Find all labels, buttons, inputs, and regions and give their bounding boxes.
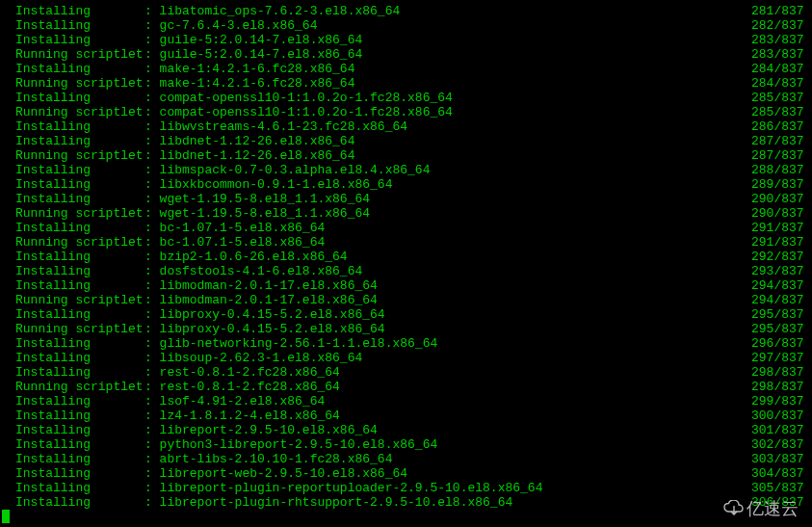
install-action: Running scriptlet <box>15 47 144 62</box>
progress-counter: 290/837 <box>751 192 812 206</box>
progress-counter: 294/837 <box>751 278 812 293</box>
terminal-line: Installing : compat-openssl10-1:1.0.2o-1… <box>0 91 812 105</box>
terminal-line: Installing : bzip2-1.0.6-26.el8.x86_6429… <box>0 250 812 264</box>
package-name: : libdnet-1.12-26.el8.x86_64 <box>144 134 751 148</box>
progress-counter: 300/837 <box>751 408 812 423</box>
cursor-line <box>0 510 812 527</box>
terminal-line: Running scriptlet: compat-openssl10-1:1.… <box>0 105 812 119</box>
progress-counter: 295/837 <box>751 322 812 336</box>
package-name: : bc-1.07.1-5.el8.x86_64 <box>144 221 751 235</box>
install-action: Running scriptlet <box>15 235 144 250</box>
install-action: Installing <box>15 408 144 423</box>
install-action: Installing <box>15 4 144 18</box>
install-action: Installing <box>15 163 144 177</box>
terminal-line: Installing : libmspack-0.7-0.3.alpha.el8… <box>0 163 812 177</box>
package-name: : wget-1.19.5-8.el8_1.1.x86_64 <box>144 206 751 221</box>
package-name: : libmodman-2.0.1-17.el8.x86_64 <box>144 278 751 293</box>
progress-counter: 295/837 <box>751 307 812 322</box>
package-name: : compat-openssl10-1:1.0.2o-1.fc28.x86_6… <box>144 91 751 105</box>
install-action: Installing <box>15 481 144 495</box>
install-action: Installing <box>15 437 144 452</box>
package-name: : abrt-libs-2.10.10-1.fc28.x86_64 <box>144 452 751 466</box>
package-name: : bc-1.07.1-5.el8.x86_64 <box>144 235 751 250</box>
package-name: : guile-5:2.0.14-7.el8.x86_64 <box>144 47 751 62</box>
progress-counter: 283/837 <box>751 47 812 62</box>
progress-counter: 293/837 <box>751 264 812 278</box>
install-action: Installing <box>15 278 144 293</box>
terminal-line: Running scriptlet: make-1:4.2.1-6.fc28.x… <box>0 76 812 91</box>
terminal-line: Installing : libwvstreams-4.6.1-23.fc28.… <box>0 119 812 134</box>
terminal-line: Installing : guile-5:2.0.14-7.el8.x86_64… <box>0 33 812 47</box>
progress-counter: 285/837 <box>751 91 812 105</box>
terminal-line: Installing : make-1:4.2.1-6.fc28.x86_642… <box>0 62 812 76</box>
install-action: Installing <box>15 307 144 322</box>
install-action: Installing <box>15 62 144 76</box>
package-name: : python3-libreport-2.9.5-10.el8.x86_64 <box>144 437 751 452</box>
terminal-line: Running scriptlet: libdnet-1.12-26.el8.x… <box>0 148 812 163</box>
install-action: Installing <box>15 452 144 466</box>
install-action: Running scriptlet <box>15 380 144 394</box>
terminal-line: Running scriptlet: libproxy-0.4.15-5.2.e… <box>0 322 812 336</box>
progress-counter: 298/837 <box>751 380 812 394</box>
install-action: Installing <box>15 495 144 510</box>
package-name: : rest-0.8.1-2.fc28.x86_64 <box>144 380 751 394</box>
package-name: : rest-0.8.1-2.fc28.x86_64 <box>144 365 751 380</box>
progress-counter: 297/837 <box>751 351 812 365</box>
install-action: Installing <box>15 423 144 437</box>
install-action: Installing <box>15 365 144 380</box>
progress-counter: 292/837 <box>751 250 812 264</box>
install-action: Installing <box>15 192 144 206</box>
progress-counter: 291/837 <box>751 221 812 235</box>
terminal-line: Installing : wget-1.19.5-8.el8_1.1.x86_6… <box>0 192 812 206</box>
package-name: : dosfstools-4.1-6.el8.x86_64 <box>144 264 751 278</box>
terminal-line: Running scriptlet: rest-0.8.1-2.fc28.x86… <box>0 380 812 394</box>
package-name: : wget-1.19.5-8.el8_1.1.x86_64 <box>144 192 751 206</box>
package-name: : libatomic_ops-7.6.2-3.el8.x86_64 <box>144 4 751 18</box>
package-name: : libsoup-2.62.3-1.el8.x86_64 <box>144 351 751 365</box>
terminal-line: Installing : libmodman-2.0.1-17.el8.x86_… <box>0 278 812 293</box>
terminal-line: Installing : dosfstools-4.1-6.el8.x86_64… <box>0 264 812 278</box>
install-action: Installing <box>15 264 144 278</box>
terminal-line: Installing : bc-1.07.1-5.el8.x86_64291/8… <box>0 221 812 235</box>
terminal-line: Installing : libreport-web-2.9.5-10.el8.… <box>0 466 812 481</box>
install-action: Running scriptlet <box>15 322 144 336</box>
progress-counter: 283/837 <box>751 33 812 47</box>
install-action: Running scriptlet <box>15 105 144 119</box>
terminal-line: Installing : lsof-4.91-2.el8.x86_64299/8… <box>0 394 812 408</box>
terminal-line: Installing : libdnet-1.12-26.el8.x86_642… <box>0 134 812 148</box>
watermark-icon <box>723 500 745 517</box>
progress-counter: 299/837 <box>751 394 812 408</box>
install-action: Running scriptlet <box>15 148 144 163</box>
progress-counter: 305/837 <box>751 481 812 495</box>
install-action: Installing <box>15 336 144 351</box>
install-action: Installing <box>15 119 144 134</box>
progress-counter: 301/837 <box>751 423 812 437</box>
package-name: : lsof-4.91-2.el8.x86_64 <box>144 394 751 408</box>
package-name: : libdnet-1.12-26.el8.x86_64 <box>144 148 751 163</box>
terminal-line: Installing : rest-0.8.1-2.fc28.x86_64298… <box>0 365 812 380</box>
install-action: Installing <box>15 250 144 264</box>
terminal-line: Installing : libxkbcommon-0.9.1-1.el8.x8… <box>0 177 812 192</box>
watermark: 亿速云 <box>723 500 799 517</box>
package-name: : compat-openssl10-1:1.0.2o-1.fc28.x86_6… <box>144 105 751 119</box>
progress-counter: 284/837 <box>751 76 812 91</box>
progress-counter: 287/837 <box>751 134 812 148</box>
terminal-line: Installing : lz4-1.8.1.2-4.el8.x86_64300… <box>0 408 812 423</box>
install-action: Installing <box>15 134 144 148</box>
terminal-line: Running scriptlet: guile-5:2.0.14-7.el8.… <box>0 47 812 62</box>
install-action: Installing <box>15 221 144 235</box>
package-name: : gc-7.6.4-3.el8.x86_64 <box>144 18 751 33</box>
terminal-line: Installing : libproxy-0.4.15-5.2.el8.x86… <box>0 307 812 322</box>
terminal-line: Installing : python3-libreport-2.9.5-10.… <box>0 437 812 452</box>
package-name: : libproxy-0.4.15-5.2.el8.x86_64 <box>144 322 751 336</box>
terminal-line: Installing : libsoup-2.62.3-1.el8.x86_64… <box>0 351 812 365</box>
progress-counter: 291/837 <box>751 235 812 250</box>
package-name: : glib-networking-2.56.1-1.1.el8.x86_64 <box>144 336 751 351</box>
install-action: Installing <box>15 177 144 192</box>
package-name: : bzip2-1.0.6-26.el8.x86_64 <box>144 250 751 264</box>
progress-counter: 290/837 <box>751 206 812 221</box>
progress-counter: 288/837 <box>751 163 812 177</box>
progress-counter: 287/837 <box>751 148 812 163</box>
install-action: Installing <box>15 351 144 365</box>
progress-counter: 286/837 <box>751 119 812 134</box>
